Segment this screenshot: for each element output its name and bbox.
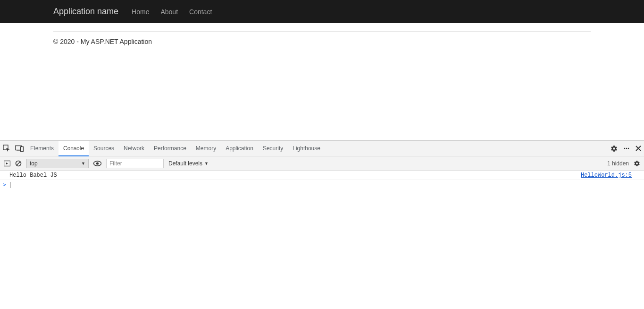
gear-icon[interactable] (611, 145, 618, 152)
nav-link-contact[interactable]: Contact (189, 8, 212, 16)
divider (53, 31, 591, 32)
console-message-source-link[interactable]: HelloWorld.js:5 (581, 172, 632, 179)
content-area: © 2020 - My ASP.NET Application (0, 31, 644, 45)
context-selector[interactable]: top ▼ (26, 159, 89, 168)
tab-memory[interactable]: Memory (191, 141, 221, 156)
svg-point-4 (624, 148, 626, 149)
console-toolbar: top ▼ Default levels ▼ 1 hidden (0, 156, 644, 171)
navbar: Application name Home About Contact (0, 0, 644, 23)
chevron-down-icon: ▼ (81, 161, 85, 166)
console-message-row: Hello Babel JS HelloWorld.js:5 (0, 171, 644, 180)
hidden-count-label: 1 hidden (607, 160, 629, 167)
text-cursor (10, 182, 10, 188)
clear-console-icon[interactable] (15, 160, 22, 167)
nav-link-home[interactable]: Home (132, 8, 149, 16)
filter-input[interactable] (106, 159, 164, 168)
device-toolbar-icon[interactable] (15, 145, 24, 152)
log-levels-label: Default levels (168, 160, 202, 167)
console-prompt[interactable]: > (0, 180, 644, 189)
more-icon[interactable] (623, 145, 630, 152)
live-expression-icon[interactable] (93, 161, 101, 166)
nav-link-about[interactable]: About (160, 8, 178, 16)
svg-rect-2 (17, 151, 20, 151)
tab-network[interactable]: Network (119, 141, 149, 156)
devtools-tabstrip: Elements Console Sources Network Perform… (0, 141, 644, 156)
page: Application name Home About Contact © 20… (0, 0, 644, 45)
tab-lighthouse[interactable]: Lighthouse (288, 141, 325, 156)
tab-security[interactable]: Security (258, 141, 288, 156)
tab-application[interactable]: Application (221, 141, 258, 156)
devtools-panel: Elements Console Sources Network Perform… (0, 140, 644, 309)
svg-point-11 (96, 162, 99, 164)
tab-performance[interactable]: Performance (149, 141, 191, 156)
svg-rect-3 (21, 147, 24, 152)
log-levels-dropdown[interactable]: Default levels ▼ (168, 160, 209, 167)
console-message-text: Hello Babel JS (9, 172, 581, 179)
toggle-sidebar-icon[interactable] (4, 160, 10, 167)
tab-console[interactable]: Console (59, 141, 89, 156)
prompt-caret-icon: > (3, 181, 6, 188)
console-body: Hello Babel JS HelloWorld.js:5 > (0, 171, 644, 189)
inspect-element-icon[interactable] (3, 145, 10, 152)
brand-link[interactable]: Application name (53, 7, 118, 17)
tab-elements[interactable]: Elements (25, 141, 59, 156)
chevron-down-icon: ▼ (204, 161, 209, 166)
close-icon[interactable] (636, 146, 641, 151)
context-selector-label: top (30, 160, 38, 167)
tab-sources[interactable]: Sources (89, 141, 119, 156)
gear-icon[interactable] (634, 160, 640, 167)
svg-point-6 (628, 148, 629, 149)
footer-text: © 2020 - My ASP.NET Application (53, 38, 591, 45)
svg-line-9 (17, 162, 20, 165)
svg-point-5 (626, 148, 627, 149)
